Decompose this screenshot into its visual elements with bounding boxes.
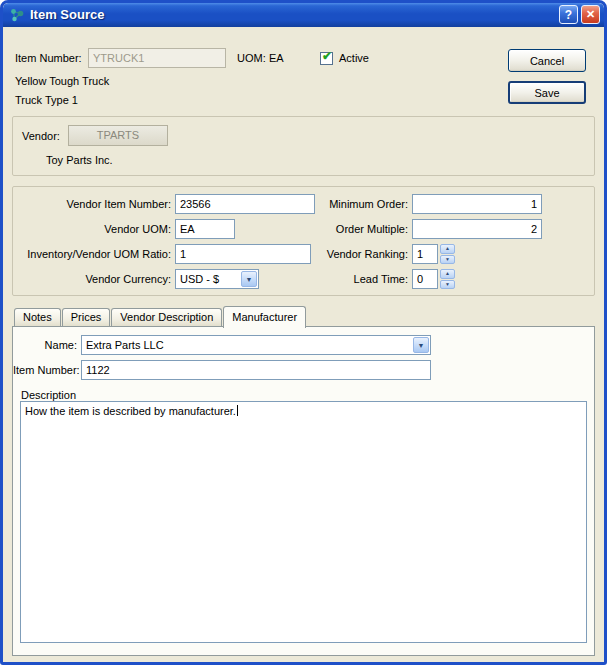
arrow-up-icon: ▲ [445, 246, 450, 251]
manufacturer-description-textarea[interactable]: How the item is described by manufacture… [20, 401, 587, 643]
vendor-currency-label: Vendor Currency: [17, 269, 171, 289]
vendor-item-number-label: Vendor Item Number: [17, 194, 171, 214]
spin-up-button[interactable]: ▲ [440, 244, 455, 254]
vendor-uom-label: Vendor UOM: [17, 219, 171, 239]
active-label: Active [339, 48, 369, 68]
vendor-group: Vendor: TPARTS Toy Parts Inc. [12, 116, 595, 176]
lead-time-spinner: ▲ ▼ [440, 269, 455, 289]
uom-label: UOM: [237, 48, 266, 68]
vendor-ranking-input[interactable] [412, 244, 438, 264]
minimum-order-input[interactable] [412, 194, 542, 214]
spin-down-button[interactable]: ▼ [440, 255, 455, 265]
vendor-ranking-spinner: ▲ ▼ [440, 244, 455, 264]
help-button[interactable]: ? [559, 5, 578, 24]
spin-down-button[interactable]: ▼ [440, 280, 455, 290]
lead-time-input[interactable] [412, 269, 438, 289]
item-source-window: Item Source ? ✕ Item Number: UOM: EA ✔ A… [0, 0, 607, 665]
manufacturer-description-text: How the item is described by manufacture… [25, 405, 236, 417]
manufacturer-tab-panel: Name: Extra Parts LLC ▼ Item Number: Des… [12, 326, 595, 656]
window-title: Item Source [30, 3, 104, 27]
vendor-name: Toy Parts Inc. [46, 150, 113, 170]
manufacturer-name-label: Name: [13, 335, 77, 355]
text-caret [237, 405, 238, 416]
help-icon: ? [565, 8, 572, 22]
uom-ratio-label: Inventory/Vendor UOM Ratio: [17, 244, 171, 264]
tab-vendor-description[interactable]: Vendor Description [111, 308, 222, 326]
item-number-input [88, 48, 226, 68]
uom-value: EA [269, 48, 284, 68]
tab-bar: Notes Prices Vendor Description Manufact… [14, 306, 307, 327]
app-icon [9, 7, 25, 23]
vendor-currency-value: USD - $ [180, 270, 219, 288]
arrow-down-icon: ▼ [445, 282, 450, 287]
lead-time-label: Lead Time: [243, 269, 408, 289]
dropdown-arrow-icon[interactable]: ▼ [413, 337, 429, 353]
close-icon: ✕ [586, 8, 595, 21]
vendor-uom-input[interactable] [175, 219, 235, 239]
tab-notes[interactable]: Notes [14, 308, 61, 326]
order-multiple-label: Order Multiple: [243, 219, 408, 239]
item-description-line2: Truck Type 1 [15, 90, 78, 110]
arrow-down-icon: ▼ [445, 257, 450, 262]
checkmark-icon: ✔ [322, 50, 332, 63]
vendor-code-field[interactable]: TPARTS [68, 125, 168, 146]
dialog-body: Item Number: UOM: EA ✔ Active Cancel Sav… [3, 27, 604, 662]
vendor-details-group: Vendor Item Number: Minimum Order: Vendo… [12, 186, 595, 296]
item-number-label: Item Number: [15, 48, 82, 68]
order-multiple-input[interactable] [412, 219, 542, 239]
cancel-button[interactable]: Cancel [508, 49, 586, 72]
manufacturer-item-number-label: Item Number: [13, 360, 77, 380]
minimum-order-label: Minimum Order: [243, 194, 408, 214]
active-checkbox[interactable]: ✔ [320, 52, 333, 65]
manufacturer-name-value: Extra Parts LLC [86, 336, 164, 354]
tab-prices[interactable]: Prices [62, 308, 111, 326]
vendor-ranking-label: Vendor Ranking: [243, 244, 408, 264]
spin-up-button[interactable]: ▲ [440, 269, 455, 279]
vendor-label: Vendor: [22, 126, 60, 146]
titlebar[interactable]: Item Source ? ✕ [3, 3, 604, 27]
close-button[interactable]: ✕ [581, 5, 600, 24]
tab-manufacturer[interactable]: Manufacturer [223, 306, 306, 328]
manufacturer-item-number-input[interactable] [81, 360, 431, 380]
arrow-up-icon: ▲ [445, 271, 450, 276]
item-description-line1: Yellow Tough Truck [15, 71, 109, 91]
manufacturer-name-select[interactable]: Extra Parts LLC ▼ [81, 335, 431, 355]
save-button[interactable]: Save [508, 81, 586, 104]
